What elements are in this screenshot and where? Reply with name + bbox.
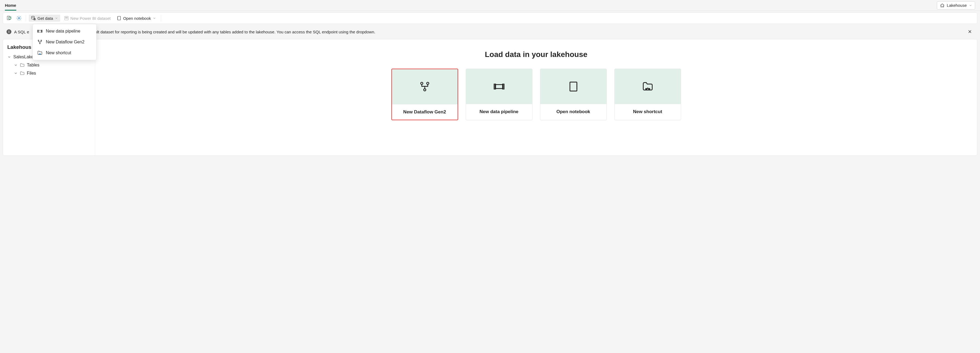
new-pb-dataset-label: New Power BI dataset	[70, 16, 111, 21]
notebook-icon	[117, 16, 121, 21]
chevron-down-icon	[7, 55, 11, 59]
dropdown-item-label: New shortcut	[46, 51, 71, 56]
topbar: Home Lakehouse	[0, 0, 980, 11]
main-content: Load data in your lakehouse New Dataflow…	[95, 39, 977, 156]
info-text-prefix: A SQL e	[14, 30, 29, 34]
tree-node-tables[interactable]: Tables	[6, 61, 92, 69]
svg-point-25	[41, 40, 41, 41]
svg-point-24	[38, 40, 39, 41]
dropdown-item-new-dataflow-gen2[interactable]: New Dataflow Gen2	[33, 37, 96, 48]
tree-node-files[interactable]: Files	[6, 69, 92, 77]
chevron-down-icon	[969, 4, 972, 7]
chevron-down-icon	[55, 17, 58, 20]
svg-point-13	[426, 82, 429, 84]
shortcut-icon	[37, 50, 43, 56]
svg-point-1	[18, 17, 20, 19]
shortcut-icon	[642, 81, 654, 92]
settings-button[interactable]	[15, 14, 23, 22]
card-new-dataflow-gen2[interactable]: New Dataflow Gen2	[391, 68, 458, 120]
card-open-notebook[interactable]: Open notebook	[540, 68, 607, 120]
dataflow-icon	[37, 39, 43, 45]
svg-point-7	[67, 17, 68, 17]
chevron-down-icon	[14, 63, 18, 67]
dropdown-item-new-shortcut[interactable]: New shortcut	[33, 48, 96, 58]
toolbar-separator	[161, 15, 161, 21]
pipeline-icon	[493, 81, 505, 92]
folder-icon	[20, 63, 25, 68]
card-label: New data pipeline	[466, 104, 532, 119]
card-label: New Dataflow Gen2	[392, 105, 458, 120]
dataflow-icon	[419, 81, 431, 93]
get-data-dropdown: New data pipeline New Dataflow Gen2 New …	[33, 24, 97, 60]
tree-tables-label: Tables	[27, 63, 39, 68]
svg-point-10	[67, 18, 68, 19]
card-label: New shortcut	[615, 104, 681, 119]
dataset-icon	[64, 16, 69, 21]
database-icon	[31, 16, 36, 21]
get-data-button[interactable]: Get data	[29, 15, 60, 22]
info-bar: i A SQL e efault dataset for reporting i…	[3, 26, 977, 37]
svg-point-6	[66, 17, 67, 17]
card-row: New Dataflow Gen2 New data pipeline	[391, 68, 681, 120]
new-power-bi-dataset-button[interactable]: New Power BI dataset	[62, 15, 113, 22]
svg-point-8	[65, 18, 66, 19]
info-icon: i	[6, 29, 11, 34]
mode-label: Lakehouse	[947, 3, 967, 8]
svg-point-9	[66, 18, 67, 19]
pipeline-icon	[37, 29, 43, 34]
lakehouse-icon	[940, 3, 945, 8]
refresh-button[interactable]	[5, 14, 13, 22]
dropdown-item-label: New data pipeline	[46, 29, 80, 33]
tree-files-label: Files	[27, 71, 36, 76]
info-text: efault dataset for reporting is being cr…	[89, 30, 375, 34]
chevron-down-icon	[14, 72, 18, 75]
mode-selector[interactable]: Lakehouse	[937, 2, 975, 10]
dropdown-item-label: New Dataflow Gen2	[46, 40, 84, 45]
toolbar: Get data New Power BI dataset Open noteb…	[3, 13, 977, 24]
dropdown-item-new-data-pipeline[interactable]: New data pipeline	[33, 26, 96, 37]
svg-rect-18	[570, 82, 577, 91]
svg-point-2	[32, 16, 35, 17]
load-data-title: Load data in your lakehouse	[485, 50, 587, 59]
svg-rect-15	[495, 84, 503, 89]
card-new-data-pipeline[interactable]: New data pipeline	[466, 68, 533, 120]
svg-point-26	[39, 43, 40, 44]
card-label: Open notebook	[540, 104, 606, 119]
card-new-shortcut[interactable]: New shortcut	[614, 68, 681, 120]
close-info-button[interactable]: ✕	[966, 29, 974, 35]
workspace: Lakehous SalesLakehouse Tables	[3, 39, 977, 156]
svg-rect-11	[118, 16, 121, 20]
svg-point-12	[420, 82, 423, 84]
open-notebook-button[interactable]: Open notebook	[115, 15, 158, 22]
notebook-icon	[568, 81, 579, 92]
svg-rect-21	[38, 30, 41, 32]
get-data-label: Get data	[37, 16, 53, 21]
home-tab[interactable]: Home	[5, 0, 16, 11]
chevron-down-icon	[153, 17, 156, 20]
folder-icon	[20, 71, 25, 76]
open-notebook-label: Open notebook	[123, 16, 151, 21]
svg-point-5	[65, 17, 66, 17]
svg-point-14	[423, 89, 426, 91]
